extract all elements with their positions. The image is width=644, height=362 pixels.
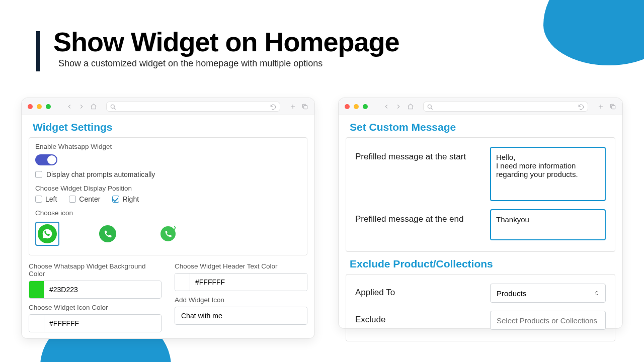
add-icon-input-wrap <box>175 307 307 325</box>
icon-color-swatch[interactable] <box>29 315 44 332</box>
header-accent-bar <box>36 31 40 71</box>
page-title: Show Widget on Homepage <box>36 26 399 57</box>
widget-settings-title: Widget Settings <box>22 115 314 137</box>
header-text-color-swatch[interactable] <box>175 274 190 291</box>
position-right-checkbox[interactable] <box>112 196 119 203</box>
icon-color-input-wrap <box>29 314 162 332</box>
svg-point-2 <box>428 105 431 108</box>
header-text-color-input-wrap <box>175 273 307 291</box>
widget-settings-window: Widget Settings Enable Whatsapp Widget D… <box>21 98 315 339</box>
prefill-start-label: Prefilled message at the start <box>355 147 490 162</box>
traffic-light-minimize[interactable] <box>37 104 42 109</box>
traffic-light-zoom[interactable] <box>46 104 51 109</box>
forward-icon[interactable] <box>78 103 85 110</box>
new-tab-icon[interactable] <box>289 103 296 110</box>
copy-icon[interactable] <box>301 103 308 110</box>
reload-icon[interactable] <box>578 104 585 111</box>
header-text-color-label: Choose Widget Header Text Color <box>175 262 307 270</box>
header-text-color-input[interactable] <box>190 274 307 291</box>
whatsapp-icon <box>103 229 112 238</box>
home-icon[interactable] <box>407 103 414 110</box>
page-header: Show Widget on Homepage Show a customize… <box>36 26 399 69</box>
traffic-light-minimize[interactable] <box>354 104 359 109</box>
toggle-knob <box>47 155 56 164</box>
bg-color-input[interactable] <box>44 281 161 298</box>
custom-message-title: Set Custom Message <box>339 115 622 137</box>
position-center-checkbox[interactable] <box>69 196 76 203</box>
browser-nav-icons <box>383 103 414 110</box>
choose-icon-label: Choose icon <box>35 209 301 217</box>
bg-color-input-wrap <box>29 281 162 299</box>
position-left-checkbox[interactable] <box>35 196 42 203</box>
icon-color-input[interactable] <box>44 315 161 332</box>
prefill-end-textarea[interactable]: Thankyou <box>490 209 606 240</box>
bg-color-label: Choose Whatsapp Widget Background Color <box>29 262 162 278</box>
enable-widget-label: Enable Whatsapp Widget <box>35 143 301 150</box>
reload-icon[interactable] <box>270 104 277 111</box>
icon-options: ❱ <box>35 222 301 248</box>
color-settings: Choose Whatsapp Widget Background Color … <box>22 262 314 339</box>
page-subtitle: Show a customized widget on the homepage… <box>36 58 399 69</box>
icon-color-label: Choose Widget Icon Color <box>29 304 162 311</box>
applied-to-label: Applied To <box>355 284 490 298</box>
decorative-blob-top-right <box>543 0 644 65</box>
custom-message-panel: Prefilled message at the start Hello, I … <box>346 137 615 252</box>
back-icon[interactable] <box>66 103 73 110</box>
prefill-end-label: Prefilled message at the end <box>355 209 490 224</box>
add-icon-input[interactable] <box>175 307 307 324</box>
position-center[interactable]: Center <box>69 195 100 203</box>
whatsapp-icon-option-3[interactable]: ❱ <box>156 222 180 246</box>
enable-widget-toggle[interactable] <box>35 154 57 165</box>
traffic-light-zoom[interactable] <box>363 104 368 109</box>
widget-settings-panel: Enable Whatsapp Widget Display chat prom… <box>29 137 307 255</box>
whatsapp-icon-option-1[interactable] <box>35 222 59 246</box>
home-icon[interactable] <box>90 103 97 110</box>
add-icon-label: Add Widget Icon <box>175 296 307 304</box>
window-titlebar <box>339 98 622 115</box>
svg-point-0 <box>111 105 114 108</box>
display-prompts-checkbox[interactable] <box>35 171 42 178</box>
search-icon <box>427 104 434 111</box>
whatsapp-icon-option-2[interactable] <box>96 222 120 246</box>
forward-icon[interactable] <box>395 103 402 110</box>
position-left[interactable]: Left <box>35 195 57 203</box>
exclude-label: Exclude <box>355 311 490 325</box>
applied-to-select[interactable]: Products <box>490 284 606 303</box>
search-icon <box>110 104 117 111</box>
svg-rect-3 <box>612 105 615 109</box>
exclude-panel: Applied To Products Exclude <box>346 274 615 341</box>
window-titlebar <box>22 98 314 115</box>
display-prompts-row[interactable]: Display chat prompts automatically <box>35 170 301 178</box>
select-caret-icon <box>594 290 600 297</box>
url-bar[interactable] <box>106 102 280 112</box>
phone-icon <box>164 230 172 238</box>
prefill-start-textarea[interactable]: Hello, I need more information regarding… <box>490 147 606 201</box>
copy-icon[interactable] <box>609 103 616 110</box>
back-icon[interactable] <box>383 103 390 110</box>
whatsapp-icon <box>42 228 53 239</box>
position-label: Choose Widget Display Position <box>35 185 301 192</box>
url-bar[interactable] <box>423 102 588 112</box>
traffic-light-close[interactable] <box>345 104 350 109</box>
svg-rect-1 <box>304 105 307 109</box>
position-right[interactable]: Right <box>112 195 139 203</box>
browser-nav-icons <box>66 103 97 110</box>
traffic-light-close[interactable] <box>28 104 33 109</box>
exclude-title: Exclude Product/Collections <box>339 252 622 274</box>
position-options: Left Center Right <box>35 195 301 203</box>
custom-message-window: Set Custom Message Prefilled message at … <box>338 98 623 329</box>
new-tab-icon[interactable] <box>597 103 604 110</box>
bg-color-swatch[interactable] <box>29 281 44 298</box>
exclude-input[interactable] <box>490 311 606 330</box>
display-prompts-label: Display chat prompts automatically <box>46 170 155 178</box>
